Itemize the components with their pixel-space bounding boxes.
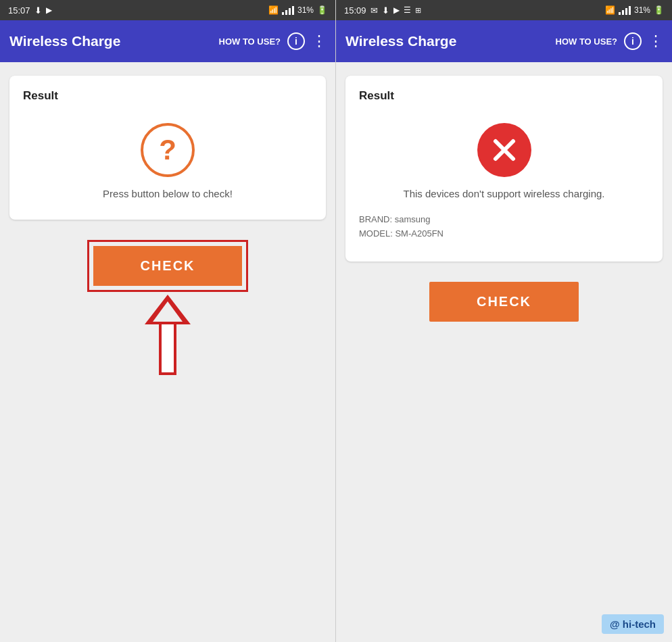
left-status-time: 15:07 ⬇ ▶: [8, 5, 52, 16]
right-youtube-icon: ▶: [393, 5, 400, 15]
watermark: @ hi-tech: [602, 614, 664, 634]
right-status-right: 📶 31% 🔋: [605, 5, 664, 15]
left-phone-screen: 15:07 ⬇ ▶ 📶 31% 🔋 Wireless Charge HOW TO…: [0, 0, 336, 642]
left-result-card: Result ? Press button below to check!: [9, 76, 326, 220]
left-how-to-use-button[interactable]: HOW TO USE?: [219, 36, 281, 47]
right-result-body: This devices don't support wireless char…: [359, 116, 649, 248]
left-arrow-annotation: [145, 295, 191, 375]
right-result-card: Result This devices don't support wirele…: [345, 76, 663, 262]
left-battery: 31%: [297, 5, 314, 15]
right-result-info: BRAND: samsung MODEL: SM-A205FN: [359, 213, 443, 241]
left-wifi-icon: 📶: [268, 5, 279, 15]
right-app-bar: Wireless Charge HOW TO USE? i ⋮: [336, 20, 672, 62]
right-check-button[interactable]: CHECK: [429, 282, 579, 322]
right-battery: 31%: [634, 5, 650, 15]
right-more-options-button[interactable]: ⋮: [648, 32, 663, 50]
left-status-right: 📶 31% 🔋: [268, 5, 327, 15]
left-result-body: ? Press button below to check!: [23, 116, 312, 206]
left-question-icon: ?: [141, 123, 195, 177]
right-model-info: MODEL: SM-A205FN: [359, 227, 443, 241]
left-arrow-shaft: [159, 324, 176, 375]
right-download-icon: ⬇: [382, 5, 389, 16]
left-more-options-button[interactable]: ⋮: [312, 32, 326, 50]
right-extra-icon1: ☰: [404, 5, 411, 15]
left-result-text: Press button below to check!: [103, 188, 233, 199]
right-info-button[interactable]: i: [624, 32, 642, 50]
left-arrow-head-outer: [145, 295, 191, 324]
right-how-to-use-button[interactable]: HOW TO USE?: [556, 36, 617, 47]
left-check-annotated: CHECK: [87, 240, 248, 375]
x-icon-svg: [489, 134, 520, 166]
right-wifi-icon: 📶: [605, 5, 615, 15]
left-status-bar: 15:07 ⬇ ▶ 📶 31% 🔋: [0, 0, 335, 20]
left-time: 15:07: [8, 5, 30, 16]
left-app-title: Wireless Charge: [9, 33, 212, 49]
left-info-button[interactable]: i: [287, 32, 305, 50]
right-brand-info: BRAND: samsung: [359, 213, 443, 227]
watermark-text: hi-tech: [623, 618, 656, 630]
right-app-title: Wireless Charge: [345, 33, 549, 49]
left-arrow-head-inner: [153, 301, 183, 322]
right-phone-screen: 15:09 ✉ ⬇ ▶ ☰ ⊞ 📶 31% 🔋 Wireless Charge …: [336, 0, 672, 642]
right-status-bar: 15:09 ✉ ⬇ ▶ ☰ ⊞ 📶 31% 🔋: [336, 0, 672, 20]
right-content: Result This devices don't support wirele…: [336, 62, 672, 642]
right-email-icon: ✉: [370, 5, 378, 16]
right-battery-icon: 🔋: [654, 5, 664, 15]
left-youtube-icon: ▶: [46, 5, 52, 15]
left-check-button-container: CHECK: [9, 233, 326, 382]
left-download-icon: ⬇: [34, 5, 42, 16]
right-time: 15:09: [344, 5, 366, 16]
left-app-bar: Wireless Charge HOW TO USE? i ⋮: [0, 20, 335, 62]
right-result-text: This devices don't support wireless char…: [403, 188, 604, 199]
left-signal-icon: [282, 5, 294, 15]
right-check-button-container: CHECK: [345, 275, 663, 328]
right-result-label: Result: [359, 89, 649, 103]
right-error-icon: [477, 123, 531, 177]
right-status-time: 15:09 ✉ ⬇ ▶ ☰ ⊞: [344, 5, 421, 16]
left-result-label: Result: [23, 89, 312, 103]
right-signal-icon: [619, 5, 631, 15]
left-content: Result ? Press button below to check! CH…: [0, 62, 335, 642]
left-battery-icon: 🔋: [317, 5, 327, 15]
right-extra-icon2: ⊞: [415, 6, 421, 15]
left-check-button-border: CHECK: [87, 240, 248, 292]
left-check-button[interactable]: CHECK: [93, 246, 242, 286]
watermark-symbol: @: [610, 618, 623, 630]
